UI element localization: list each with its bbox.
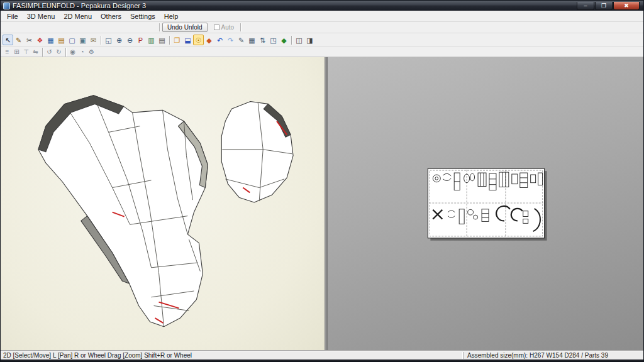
align-top[interactable]: ⊤ (21, 48, 31, 56)
zoom-in[interactable]: ⊕ (114, 35, 125, 45)
undo-unfold-button[interactable]: Undo Unfold (162, 23, 208, 32)
3d-view-pane[interactable] (1, 57, 325, 350)
grid-settings[interactable]: ▦ (247, 35, 257, 45)
open-file[interactable]: ❐ (172, 35, 182, 45)
open-book-view[interactable]: ▤ (56, 35, 67, 45)
layout-split-horizontal[interactable]: ◫ (294, 35, 304, 45)
window-title: FASIMPLEUNFOLD - Pepakura Designer 3 (13, 1, 574, 11)
snap-parts[interactable]: ◉ (68, 48, 77, 56)
select-tool[interactable]: ↖ (3, 35, 13, 45)
minimize-button[interactable]: – (577, 2, 594, 10)
knife-tool[interactable]: ✂ (24, 35, 35, 45)
parts-stack[interactable]: ▥ (146, 35, 157, 45)
menu-file[interactable]: File (3, 12, 23, 21)
toolbar-separator (159, 23, 160, 31)
title-bar[interactable]: FASIMPLEUNFOLD - Pepakura Designer 3 – ❐… (1, 1, 643, 11)
zoom-2d[interactable]: ◔ (77, 48, 87, 56)
rotate-part-left[interactable]: ↺ (45, 48, 54, 56)
pen-tool[interactable]: ✎ (236, 35, 247, 45)
unfold-toolbar: Undo Unfold Auto (1, 22, 643, 33)
check-parts-bulb[interactable]: ☉ (193, 35, 204, 45)
edit-mode-tool[interactable]: ✎ (13, 35, 24, 45)
scale-box[interactable]: ◳ (268, 35, 279, 45)
save-file[interactable]: ⬓ (182, 35, 193, 45)
menu-help[interactable]: Help (160, 12, 183, 21)
menu-bar: File3D Menu2D MenuOthersSettingsHelp (1, 11, 643, 22)
zoom-out[interactable]: ⊖ (125, 35, 135, 45)
toolbar-separator (240, 23, 241, 31)
undo[interactable]: ↶ (214, 35, 225, 45)
toolbar-separator (291, 36, 292, 45)
status-bar: 2D [Select/Move] L [Pan] R or Wheel Drag… (1, 350, 643, 359)
toolbar-separator (42, 48, 43, 57)
menu-others[interactable]: Others (96, 12, 126, 21)
toolbar-separator (169, 36, 170, 45)
app-window: FASIMPLEUNFOLD - Pepakura Designer 3 – ❐… (0, 0, 644, 362)
print[interactable]: ▤ (157, 35, 167, 45)
2d-view-pane[interactable] (328, 57, 643, 350)
app-icon (3, 3, 10, 9)
2d-toolbar: ≡⊞⊤⇋↺↻◉◔⚙ (1, 47, 643, 57)
send-mail[interactable]: ✉ (88, 35, 99, 45)
auto-label: Auto (221, 24, 235, 31)
close-button[interactable]: ✖ (613, 2, 640, 10)
menu-2d-menu[interactable]: 2D Menu (59, 12, 96, 21)
monitor-view[interactable]: ▢ (67, 35, 77, 45)
texture-display-toggle[interactable]: ▦ (45, 35, 56, 45)
print-setup[interactable]: P (135, 35, 146, 45)
main-workspace (1, 57, 643, 350)
color-cube[interactable]: ◆ (204, 35, 214, 45)
maximize-button[interactable]: ❐ (595, 2, 613, 10)
align-parts[interactable]: ⊞ (12, 48, 21, 56)
image-export[interactable]: ▣ (77, 35, 88, 45)
3d-model-canvas (1, 57, 325, 350)
cube-3d[interactable]: ◆ (279, 35, 289, 45)
main-toolbar: ↖✎✂❖▦▤▢▣✉◱⊕⊖P▥▤❐⬓☉◆↶↷✎▦⇅◳◆◫◨ (1, 33, 643, 47)
status-assembled-size: Assembled size(mm): H267 W154 D284 / Par… (463, 352, 643, 359)
flip-direction[interactable]: ⇅ (257, 35, 268, 45)
toolbar-separator (101, 36, 101, 45)
menu-settings[interactable]: Settings (126, 12, 160, 21)
window-bottom-edge (1, 359, 643, 361)
paint-face-tool[interactable]: ❖ (35, 35, 45, 45)
window-controls: – ❐ ✖ (576, 2, 640, 10)
settings-2d[interactable]: ⚙ (87, 48, 96, 56)
layout-split-vertical[interactable]: ◨ (304, 35, 315, 45)
menu-3d-menu[interactable]: 3D Menu (23, 12, 60, 21)
rotate-part-right[interactable]: ↻ (54, 48, 64, 56)
2d-layout-canvas (328, 57, 643, 350)
zoom-fit[interactable]: ◱ (103, 35, 114, 45)
toolbar-separator (65, 48, 66, 57)
interleave-parts[interactable]: ⇋ (31, 48, 40, 56)
arrange-parts[interactable]: ≡ (3, 48, 12, 56)
auto-checkbox[interactable] (214, 25, 219, 30)
redo[interactable]: ↷ (225, 35, 236, 45)
status-hint: 2D [Select/Move] L [Pan] R or Wheel Drag… (1, 352, 463, 359)
